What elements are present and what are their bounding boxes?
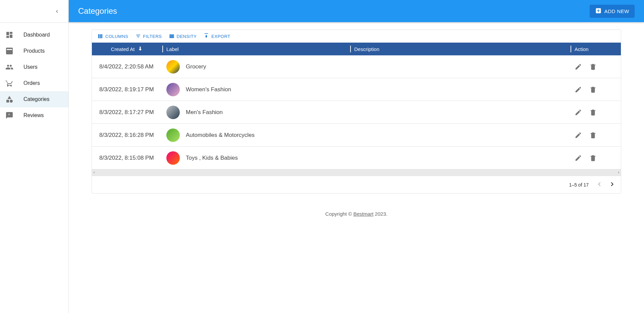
column-header-label: Created At (111, 46, 135, 52)
toolbar-export-button[interactable]: EXPORT (201, 32, 233, 41)
comment-icon (5, 111, 13, 119)
sidebar-item-label: Users (23, 64, 38, 70)
cell-actions (571, 109, 621, 116)
delete-button[interactable] (589, 132, 597, 139)
topbar: Categories ADD NEW (69, 0, 644, 22)
toolbar-density-button[interactable]: DENSITY (166, 32, 200, 41)
column-header-label: Description (354, 46, 379, 52)
cell-label: Grocery (162, 60, 350, 73)
table-row[interactable]: 8/4/2022, 2:20:58 AMGrocery (92, 55, 621, 78)
sidebar-item-label: Categories (23, 96, 49, 102)
cell-actions (571, 86, 621, 93)
group-icon (5, 63, 13, 71)
sidebar-item-users[interactable]: Users (0, 59, 68, 75)
footer-prefix: Copyright © (325, 211, 354, 217)
category-label: Toys , Kids & Babies (186, 155, 238, 161)
pagination-next-button[interactable] (608, 180, 616, 189)
sort-descending-icon (137, 46, 143, 53)
cart-icon (5, 79, 13, 87)
sidebar-item-products[interactable]: Products (0, 43, 68, 59)
category-label: Grocery (186, 63, 206, 70)
cell-actions (571, 132, 621, 139)
sidebar-item-label: Products (23, 48, 45, 54)
pagination-prev-button[interactable] (595, 180, 603, 189)
sidebar-item-categories[interactable]: Categories (0, 91, 68, 107)
cell-created-at: 8/3/2022, 8:17:27 PM (92, 109, 162, 116)
column-header-label[interactable]: Label (162, 43, 350, 55)
add-new-label: ADD NEW (604, 8, 629, 14)
edit-button[interactable] (575, 109, 582, 116)
edit-button[interactable] (575, 63, 582, 70)
column-header-label-text: Label (166, 46, 179, 52)
paginator: 1–5 of 17 (92, 176, 621, 193)
edit-button[interactable] (575, 86, 582, 93)
data-grid: COLUMNS FILTERS DENSITY (92, 30, 621, 194)
inbox-icon (5, 47, 13, 55)
sidebar-item-reviews[interactable]: Reviews (0, 107, 68, 123)
cell-created-at: 8/4/2022, 2:20:58 AM (92, 63, 162, 70)
column-header-description[interactable]: Description (350, 43, 571, 55)
cell-label: Automobiles & Motorcycles (162, 128, 350, 142)
add-new-button[interactable]: ADD NEW (590, 5, 635, 18)
chevron-right-icon (608, 180, 616, 189)
category-image (166, 151, 180, 165)
cell-label: Men's Fashion (162, 106, 350, 119)
grid-header: Created At Label Description Action (92, 43, 621, 55)
density-icon (169, 33, 175, 39)
sidebar-item-dashboard[interactable]: Dashboard (0, 27, 68, 43)
table-row[interactable]: 8/3/2022, 8:16:28 PMAutomobiles & Motorc… (92, 124, 621, 147)
sidebar-item-label: Dashboard (23, 32, 50, 38)
footer-suffix: 2023. (373, 211, 387, 217)
sidebar-item-label: Orders (23, 80, 40, 86)
edit-button[interactable] (575, 132, 582, 139)
category-label: Men's Fashion (186, 109, 223, 116)
table-row[interactable]: 8/3/2022, 8:19:17 PMWomen's Fashion (92, 78, 621, 101)
column-header-action[interactable]: Action (571, 43, 621, 55)
edit-button[interactable] (575, 154, 582, 162)
toolbar-columns-button[interactable]: COLUMNS (95, 32, 131, 41)
category-image (166, 106, 180, 119)
column-header-created-at[interactable]: Created At (92, 43, 162, 55)
plus-icon (595, 7, 602, 15)
sidebar-collapse-button[interactable] (53, 7, 61, 15)
grid-rows: 8/4/2022, 2:20:58 AMGrocery8/3/2022, 8:1… (92, 55, 621, 169)
toolbar-export-label: EXPORT (211, 34, 230, 39)
cell-label: Toys , Kids & Babies (162, 151, 350, 165)
cell-label: Women's Fashion (162, 83, 350, 96)
sidebar-item-label: Reviews (23, 112, 44, 118)
delete-button[interactable] (589, 86, 597, 93)
main: Categories ADD NEW COLUMNS (69, 0, 644, 313)
cell-created-at: 8/3/2022, 8:19:17 PM (92, 86, 162, 93)
delete-button[interactable] (589, 154, 597, 162)
toolbar-filters-button[interactable]: FILTERS (132, 32, 165, 41)
page-title: Categories (78, 6, 117, 16)
delete-button[interactable] (589, 63, 597, 70)
column-header-label: Action (575, 46, 589, 52)
table-row[interactable]: 8/3/2022, 8:17:27 PMMen's Fashion (92, 101, 621, 124)
cell-created-at: 8/3/2022, 8:15:08 PM (92, 155, 162, 161)
category-image (166, 60, 180, 73)
toolbar-columns-label: COLUMNS (105, 34, 128, 39)
grid-toolbar: COLUMNS FILTERS DENSITY (92, 30, 621, 43)
category-icon (5, 95, 13, 103)
export-icon (203, 33, 209, 39)
sidebar-item-orders[interactable]: Orders (0, 75, 68, 91)
sidebar: Dashboard Products Users Orders (0, 0, 69, 313)
dashboard-icon (5, 31, 13, 39)
pagination-range: 1–5 of 17 (569, 182, 589, 188)
cell-actions (571, 154, 621, 162)
cell-actions (571, 63, 621, 70)
category-label: Automobiles & Motorcycles (186, 132, 255, 139)
toolbar-density-label: DENSITY (177, 34, 197, 39)
footer-brand-link[interactable]: Bestmart (353, 211, 373, 217)
scroll-right-arrow-icon (617, 170, 621, 175)
horizontal-scrollbar[interactable] (92, 169, 621, 176)
chevron-left-icon (595, 180, 603, 189)
delete-button[interactable] (589, 109, 597, 116)
scroll-left-arrow-icon (92, 170, 96, 175)
cell-created-at: 8/3/2022, 8:16:28 PM (92, 132, 162, 139)
sidebar-nav: Dashboard Products Users Orders (0, 23, 68, 127)
columns-icon (97, 33, 103, 39)
table-row[interactable]: 8/3/2022, 8:15:08 PMToys , Kids & Babies (92, 147, 621, 169)
footer: Copyright © Bestmart 2023. (69, 201, 644, 227)
